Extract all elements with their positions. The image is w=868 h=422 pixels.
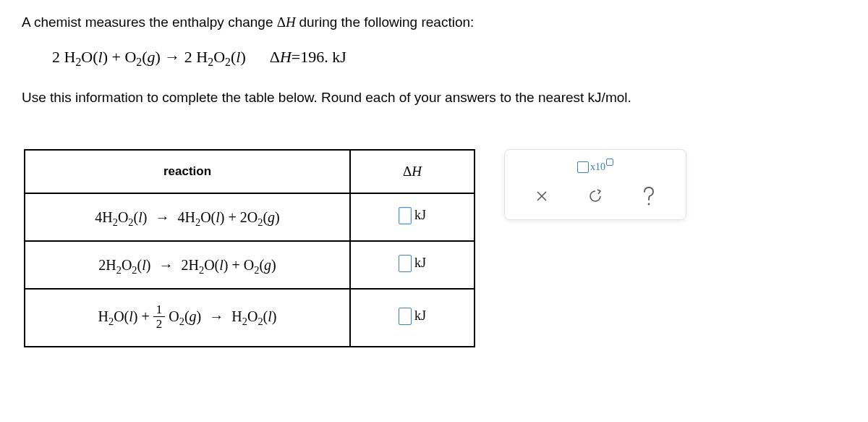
given-reaction-lhs: 2 H2O(l) + O2(g) — [52, 48, 161, 66]
delta-symbol: Δ — [277, 14, 286, 30]
reset-icon — [587, 188, 603, 204]
dh-cell-2: kJ — [350, 241, 475, 289]
prompt-line-1: A chemist measures the enthalpy change Δ… — [22, 14, 846, 30]
unit-3: kJ — [414, 308, 426, 324]
sci-x10-label: x10 — [590, 162, 605, 172]
reaction-table: reaction ΔH 4H2O2(l) → 4H2O(l) + 2O2(g) … — [24, 149, 475, 347]
input-toolbar: x10 — [504, 149, 686, 220]
reset-button[interactable] — [584, 185, 607, 208]
prompt1-suffix: during the following reaction: — [299, 14, 474, 30]
help-button[interactable] — [637, 185, 660, 208]
dh-cell-3: kJ — [350, 289, 475, 347]
answer-input-3[interactable] — [399, 308, 412, 325]
col-header-reaction: reaction — [25, 150, 350, 193]
close-icon — [535, 189, 549, 203]
reaction-cell-3: H2O(l) + 12 O2(g) → H2O2(l) — [25, 289, 350, 347]
reaction-cell-1: 4H2O2(l) → 4H2O(l) + 2O2(g) — [25, 193, 350, 241]
table-row: H2O(l) + 12 O2(g) → H2O2(l) kJ — [25, 289, 475, 347]
sci-exponent-box-icon — [606, 159, 613, 166]
prompt1-prefix: A chemist measures the enthalpy change — [22, 14, 277, 30]
sci-notation-button[interactable]: x10 — [574, 160, 616, 174]
sci-coefficient-box-icon — [577, 161, 589, 173]
given-reaction-arrow: → — [164, 48, 180, 66]
unit-2: kJ — [414, 256, 426, 271]
dh-delta: Δ — [403, 164, 412, 179]
answer-input-2[interactable] — [399, 255, 412, 272]
col-header-dh: ΔH — [350, 150, 475, 193]
answer-input-1[interactable] — [399, 207, 412, 224]
H-symbol: H — [286, 14, 296, 30]
prompt-line-2: Use this information to complete the tab… — [22, 90, 846, 106]
unit-1: kJ — [414, 208, 426, 223]
svg-point-2 — [648, 203, 650, 206]
table-row: 2H2O2(l) → 2H2O(l) + O2(g) kJ — [25, 241, 475, 289]
close-button[interactable] — [530, 185, 553, 208]
table-row: 4H2O2(l) → 4H2O(l) + 2O2(g) kJ — [25, 193, 475, 241]
reaction-cell-2: 2H2O2(l) → 2H2O(l) + O2(g) — [25, 241, 350, 289]
dh-cell-1: kJ — [350, 193, 475, 241]
given-reaction-rhs: 2 H2O2(l) — [184, 48, 246, 66]
given-reaction: 2 H2O(l) + O2(g) → 2 H2O2(l) ΔH=196. kJ — [52, 48, 846, 67]
dh-H: H — [412, 164, 422, 179]
help-icon — [641, 186, 657, 206]
table-body: 4H2O2(l) → 4H2O(l) + 2O2(g) kJ 2H2O2(l) … — [25, 193, 475, 347]
